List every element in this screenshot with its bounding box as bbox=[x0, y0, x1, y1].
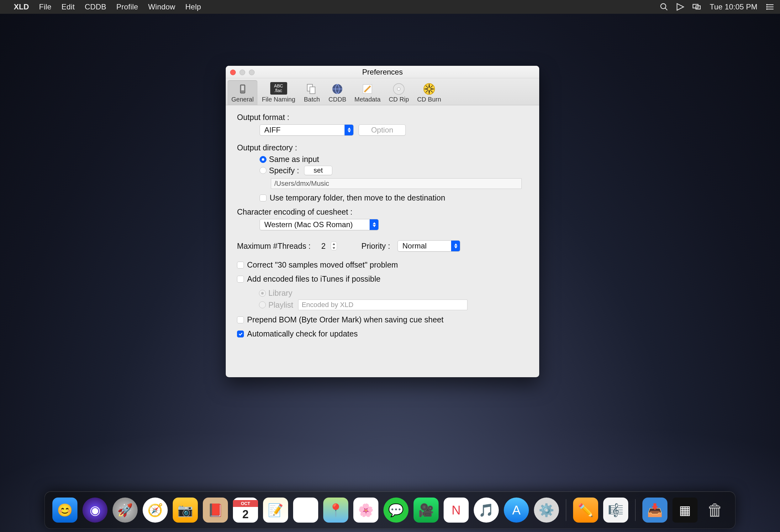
menu-help[interactable]: Help bbox=[180, 2, 206, 11]
spotlight-icon[interactable] bbox=[660, 2, 668, 11]
window-traffic-lights bbox=[230, 69, 254, 75]
priority-label: Priority : bbox=[361, 242, 390, 251]
checkbox-icon bbox=[237, 316, 244, 323]
chevron-updown-icon bbox=[370, 219, 378, 230]
notification-center-icon[interactable] bbox=[766, 2, 775, 11]
tab-cd-rip[interactable]: CD Rip bbox=[385, 80, 412, 105]
file-icon: ABC.flac bbox=[270, 82, 287, 95]
svg-point-8 bbox=[767, 6, 768, 7]
tab-batch[interactable]: Batch bbox=[300, 80, 324, 105]
dock-folder[interactable]: ▦ bbox=[673, 497, 697, 523]
dock-app-system-preferences[interactable]: ⚙️ bbox=[534, 497, 559, 523]
dock-app-news[interactable]: N bbox=[444, 497, 469, 523]
dock-app-maps[interactable]: 📍 bbox=[323, 497, 348, 523]
radio-icon bbox=[259, 167, 266, 174]
dock-app-contacts[interactable]: 📕 bbox=[203, 497, 228, 523]
menu-cddb[interactable]: CDDB bbox=[80, 2, 111, 11]
checkbox-add-to-itunes[interactable]: Add encoded files to iTunes if possible bbox=[237, 274, 528, 283]
chevron-down-icon[interactable] bbox=[331, 246, 337, 250]
tab-label: Metadata bbox=[354, 96, 381, 103]
dock-app-photobooth[interactable]: 📷 bbox=[173, 497, 198, 523]
set-button[interactable]: set bbox=[304, 166, 332, 175]
dock-app-messages[interactable]: 💬 bbox=[383, 497, 408, 523]
dock-app-recent-1[interactable]: ✏️ bbox=[573, 497, 598, 523]
radio-same-as-input[interactable]: Same as input bbox=[259, 155, 528, 164]
output-format-select[interactable]: AIFF bbox=[259, 124, 354, 136]
stepper-value: 2 bbox=[318, 242, 329, 251]
dock-app-recent-2[interactable]: 🎼 bbox=[603, 497, 628, 523]
dock-app-launchpad[interactable]: 🚀 bbox=[112, 497, 138, 523]
tab-general[interactable]: General bbox=[228, 80, 257, 105]
batch-icon bbox=[303, 83, 321, 95]
window-close-button[interactable] bbox=[230, 69, 236, 75]
window-minimize-button[interactable] bbox=[240, 69, 245, 75]
radio-playlist: Playlist bbox=[259, 301, 293, 310]
radio-icon bbox=[259, 156, 266, 163]
checkbox-prepend-bom[interactable]: Prepend BOM (Byte Order Mark) when savin… bbox=[237, 315, 528, 324]
dock-app-itunes[interactable]: 🎵 bbox=[474, 497, 499, 523]
threads-stepper[interactable]: 2 bbox=[318, 241, 337, 251]
dock-downloads[interactable]: 📥 bbox=[642, 497, 668, 523]
checkbox-label: Automatically check for updates bbox=[247, 329, 358, 338]
status-item-icon[interactable] bbox=[676, 2, 685, 11]
calendar-day: 2 bbox=[242, 507, 249, 520]
tab-cd-burn[interactable]: CD Burn bbox=[413, 80, 445, 105]
checkbox-label: Use temporary folder, then move to the d… bbox=[270, 193, 445, 202]
dock-app-notes[interactable]: 📝 bbox=[263, 497, 288, 523]
svg-rect-11 bbox=[241, 86, 244, 91]
radio-label: Same as input bbox=[269, 155, 319, 164]
window-title: Preferences bbox=[362, 68, 402, 76]
checkbox-temp-folder[interactable]: Use temporary folder, then move to the d… bbox=[259, 193, 528, 202]
output-path-field[interactable]: /Users/dmx/Music bbox=[271, 178, 522, 189]
burn-icon bbox=[421, 83, 438, 95]
chevron-up-icon[interactable] bbox=[331, 242, 337, 246]
menu-profile[interactable]: Profile bbox=[111, 2, 143, 11]
encoding-label: Character encoding of cuesheet : bbox=[237, 207, 528, 216]
dock-app-siri[interactable]: ◉ bbox=[83, 497, 107, 523]
svg-line-1 bbox=[665, 8, 667, 10]
svg-point-9 bbox=[767, 8, 768, 10]
menu-clock[interactable]: Tue 10:05 PM bbox=[709, 2, 759, 11]
disc-icon bbox=[390, 83, 407, 95]
pencil-icon bbox=[359, 83, 376, 95]
menu-appname[interactable]: XLD bbox=[9, 2, 34, 11]
dock-app-appstore[interactable]: A bbox=[504, 497, 529, 523]
displays-icon[interactable] bbox=[692, 2, 701, 11]
window-titlebar[interactable]: Preferences bbox=[226, 66, 539, 78]
tab-metadata[interactable]: Metadata bbox=[351, 80, 384, 105]
gear-icon bbox=[234, 83, 251, 95]
dock-trash[interactable]: 🗑 bbox=[702, 497, 728, 523]
dock-app-reminders[interactable]: ☰ bbox=[293, 497, 318, 523]
tab-label: General bbox=[231, 96, 254, 103]
playlist-name-field[interactable]: Encoded by XLD bbox=[298, 300, 468, 310]
menu-file[interactable]: File bbox=[34, 2, 56, 11]
radio-specify[interactable]: Specify : bbox=[259, 166, 299, 175]
menu-edit[interactable]: Edit bbox=[56, 2, 80, 11]
option-button[interactable]: Option bbox=[359, 124, 406, 136]
preferences-window: Preferences General ABC.flac File Naming… bbox=[226, 66, 539, 377]
tab-cddb[interactable]: CDDB bbox=[325, 80, 350, 105]
preferences-content: Output format : AIFF Option Output direc… bbox=[226, 105, 539, 347]
dock-app-facetime[interactable]: 🎥 bbox=[413, 497, 439, 523]
tab-label: Batch bbox=[304, 96, 320, 103]
menu-window[interactable]: Window bbox=[143, 2, 181, 11]
checkbox-auto-updates[interactable]: Automatically check for updates bbox=[237, 329, 528, 338]
dock-app-calendar[interactable]: OCT 2 bbox=[233, 497, 258, 523]
dock-separator bbox=[635, 499, 635, 521]
select-value: AIFF bbox=[260, 126, 285, 135]
checkbox-icon bbox=[237, 276, 244, 283]
tab-file-naming[interactable]: ABC.flac File Naming bbox=[258, 80, 299, 105]
priority-select[interactable]: Normal bbox=[397, 240, 460, 252]
dock-app-photos[interactable]: 🌸 bbox=[353, 497, 378, 523]
chevron-updown-icon bbox=[345, 125, 353, 136]
dock-app-safari[interactable]: 🧭 bbox=[143, 497, 168, 523]
dock-app-finder[interactable]: 😊 bbox=[52, 497, 78, 523]
checkbox-correct-offset[interactable]: Correct "30 samples moved offset" proble… bbox=[237, 260, 528, 269]
checkbox-icon bbox=[237, 262, 244, 268]
globe-icon bbox=[329, 83, 346, 95]
window-zoom-button[interactable] bbox=[249, 69, 254, 75]
radio-label: Library bbox=[269, 288, 292, 298]
tab-label: CD Burn bbox=[417, 96, 441, 103]
encoding-select[interactable]: Western (Mac OS Roman) bbox=[259, 219, 379, 230]
svg-point-17 bbox=[397, 88, 400, 91]
